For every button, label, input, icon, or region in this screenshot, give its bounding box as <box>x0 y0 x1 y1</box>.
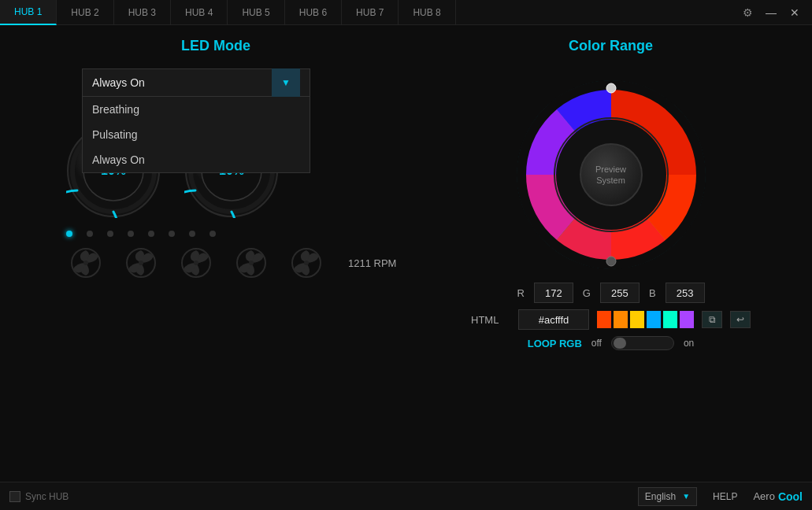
close-button[interactable]: ✕ <box>784 4 806 21</box>
html-label: HTML <box>471 314 510 326</box>
preview-label: PreviewSystem <box>595 164 626 187</box>
loop-off-label: off <box>591 338 602 349</box>
sync-hub-button[interactable]: Sync HUB <box>9 491 69 502</box>
dropdown-list: Breathing Pulsating Always On <box>82 97 310 173</box>
dropdown-value: Always On <box>92 76 145 89</box>
svg-point-20 <box>606 83 616 93</box>
main-content: LED Mode Always On ▼ Breathing Pulsating… <box>0 25 812 482</box>
color-range-title: Color Range <box>569 38 653 54</box>
sync-label: Sync HUB <box>25 491 69 502</box>
tab-hub6[interactable]: HUB 6 <box>285 0 342 25</box>
app-logo: Aero Cool <box>753 490 803 503</box>
g-label: G <box>583 287 591 299</box>
fan-dots <box>66 231 413 237</box>
svg-point-21 <box>606 257 616 266</box>
fan-dot-3[interactable] <box>107 231 113 237</box>
bottom-bar: Sync HUB English ▼ HELP Aero Cool <box>0 482 812 510</box>
rgb-inputs: R 172 G 255 B 253 <box>517 283 704 303</box>
loop-rgb-toggle[interactable] <box>611 336 674 350</box>
tab-hub1[interactable]: HUB 1 <box>0 0 57 25</box>
html-row: HTML #acfffd ⧉ ↩ <box>471 309 751 330</box>
dropdown-selected[interactable]: Always On ▼ <box>82 68 310 97</box>
loop-rgb-label: LOOP RGB <box>528 338 582 349</box>
language-value: English <box>645 491 676 502</box>
g-input[interactable]: 255 <box>600 283 640 303</box>
r-input[interactable]: 172 <box>534 283 573 303</box>
color-wheel[interactable]: PreviewSystem <box>513 76 710 273</box>
led-mode-title: LED Mode <box>19 38 413 54</box>
title-bar: HUB 1 HUB 2 HUB 3 HUB 4 HUB 5 HUB 6 HUB … <box>0 0 812 25</box>
minimize-button[interactable]: — <box>760 4 782 21</box>
window-controls: ⚙ — ✕ <box>736 4 812 21</box>
undo-button[interactable]: ↩ <box>730 311 751 328</box>
tab-hub8[interactable]: HUB 8 <box>399 0 455 25</box>
tab-hub4[interactable]: HUB 4 <box>171 0 228 25</box>
right-panel: Color Range <box>413 38 793 469</box>
loop-on-label: on <box>684 338 694 349</box>
fan-dot-6[interactable] <box>169 231 175 237</box>
rpm-display: 1211 RPM <box>348 257 396 269</box>
svg-point-15 <box>304 261 309 265</box>
fan-dot-5[interactable] <box>148 231 154 237</box>
r-label: R <box>517 287 524 299</box>
dropdown-arrow-icon[interactable]: ▼ <box>272 68 300 97</box>
svg-point-13 <box>249 261 254 265</box>
fan-dot-2[interactable] <box>87 231 93 237</box>
fan-dot-8[interactable] <box>209 231 216 237</box>
color-swatches <box>597 311 694 328</box>
swatch-2[interactable] <box>614 311 628 328</box>
logo-text: Aero <box>753 490 774 502</box>
toggle-thumb <box>614 338 626 349</box>
dropdown-option-pulsating[interactable]: Pulsating <box>83 122 310 147</box>
b-label: B <box>649 287 656 299</box>
swatch-6[interactable] <box>680 311 694 328</box>
language-arrow-icon: ▼ <box>682 492 690 501</box>
html-value-input[interactable]: #acfffd <box>518 309 589 330</box>
svg-point-11 <box>194 261 198 265</box>
fan-dot-1[interactable] <box>66 231 72 237</box>
loop-row: LOOP RGB off on <box>528 336 695 350</box>
dropdown-option-breathing[interactable]: Breathing <box>83 97 310 122</box>
fan-icon-4 <box>232 243 271 283</box>
tab-hub5[interactable]: HUB 5 <box>228 0 284 25</box>
tab-hub2[interactable]: HUB 2 <box>57 0 113 25</box>
help-button[interactable]: HELP <box>706 491 743 502</box>
swatch-5[interactable] <box>663 311 677 328</box>
tab-hub7[interactable]: HUB 7 <box>342 0 399 25</box>
dropdown-option-alwayson[interactable]: Always On <box>83 147 310 172</box>
fan-dot-7[interactable] <box>189 231 195 237</box>
fan-icon-3 <box>176 243 216 283</box>
swatch-4[interactable] <box>647 311 661 328</box>
preview-system-button[interactable]: PreviewSystem <box>580 143 643 206</box>
fan-icon-5 <box>287 243 326 283</box>
svg-point-9 <box>139 261 143 265</box>
settings-button[interactable]: ⚙ <box>736 4 758 21</box>
logo-accent: Cool <box>778 490 803 503</box>
svg-point-7 <box>83 261 88 265</box>
swatch-3[interactable] <box>630 311 644 328</box>
copy-button[interactable]: ⧉ <box>702 311 722 328</box>
swatch-1[interactable] <box>597 311 611 328</box>
led-mode-dropdown[interactable]: Always On ▼ Breathing Pulsating Always O… <box>82 68 310 97</box>
left-panel: LED Mode Always On ▼ Breathing Pulsating… <box>19 38 413 469</box>
language-selector[interactable]: English ▼ <box>638 487 697 506</box>
fan-dot-4[interactable] <box>128 231 134 237</box>
b-input[interactable]: 253 <box>666 283 705 303</box>
fan-icon-1 <box>66 243 106 283</box>
fan-icon-2 <box>121 243 161 283</box>
fan-icons: 1211 RPM <box>66 243 413 283</box>
sync-checkbox[interactable] <box>9 491 20 502</box>
tab-hub3[interactable]: HUB 3 <box>114 0 171 25</box>
